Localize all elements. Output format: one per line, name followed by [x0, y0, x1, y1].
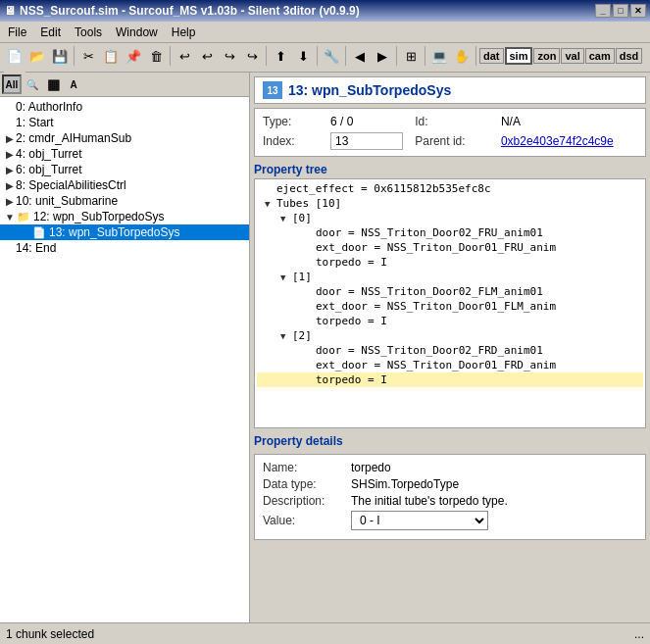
toolbar-new[interactable]: 📄	[4, 45, 25, 67]
parent-id-value[interactable]: 0xb2e403e74f2c4c9e	[501, 134, 637, 148]
tree-label-10: 10: unit_Submarine	[16, 194, 118, 208]
detail-datatype-value: SHSim.TorpedoType	[351, 477, 459, 491]
toolbar-cpu[interactable]: 💻	[428, 45, 450, 67]
prop-key-0: [0]	[292, 212, 312, 224]
toolbar-redo[interactable]: ↪	[219, 45, 240, 67]
detail-description-label: Description:	[263, 494, 351, 508]
tree-arrow-10[interactable]: ▶	[4, 196, 16, 207]
sidebar-btn-1[interactable]: 🔍	[23, 74, 42, 94]
prop-row-torpedo-2[interactable]: torpedo = I	[257, 372, 643, 387]
menu-help[interactable]: Help	[166, 24, 202, 41]
toolbar-down[interactable]: ⬇	[292, 45, 314, 67]
prop-arrow-0[interactable]: ▼	[280, 214, 292, 223]
property-details: Name: torpedo Data type: SHSim.TorpedoTy…	[254, 454, 646, 540]
tree-item-0[interactable]: 0: AuthorInfo	[0, 99, 249, 115]
toolbar-undo2[interactable]: ↩	[196, 45, 218, 67]
tree-item-6[interactable]: ▶ 6: obj_Turret	[0, 162, 249, 177]
toolbar-tag-zon[interactable]: zon	[533, 48, 560, 64]
info-grid: Type: 6 / 0 Id: N/A Index: 13 Parent id:…	[254, 108, 646, 157]
toolbar-tag-cam[interactable]: cam	[585, 48, 615, 64]
prop-arrow-1[interactable]: ▼	[280, 272, 292, 282]
main-layout: All 🔍 ▦ A 0: AuthorInfo 1: Start ▶ 2:	[0, 73, 650, 622]
toolbar-tag-sim[interactable]: sim	[505, 47, 533, 65]
toolbar-redo2[interactable]: ↪	[241, 45, 263, 67]
toolbar-back[interactable]: ◀	[349, 45, 371, 67]
minimize-button[interactable]: _	[595, 4, 611, 18]
toolbar-open[interactable]: 📂	[26, 45, 48, 67]
prop-row-torpedo-1: torpedo = I	[257, 314, 643, 328]
toolbar-tag-dsd[interactable]: dsd	[616, 48, 643, 64]
tree-arrow-4[interactable]: ▶	[4, 149, 16, 160]
detail-row-name: Name: torpedo	[263, 461, 637, 474]
prop-row-torpedo-0: torpedo = I	[257, 255, 643, 270]
menu-file[interactable]: File	[2, 24, 32, 41]
prop-arrow-2[interactable]: ▼	[280, 331, 292, 341]
detail-row-datatype: Data type: SHSim.TorpedoType	[263, 477, 637, 491]
close-button[interactable]: ✕	[630, 4, 646, 18]
menu-window[interactable]: Window	[110, 24, 164, 41]
tree-label-2: 2: cmdr_AIHumanSub	[16, 131, 131, 145]
tree-label-14: 14: End	[16, 241, 56, 255]
sidebar-btn-2[interactable]: ▦	[43, 74, 63, 94]
status-text: 1 chunk selected	[6, 627, 94, 641]
toolbar-filter[interactable]: 🔧	[321, 45, 342, 67]
maximize-button[interactable]: □	[613, 4, 628, 18]
toolbar-forward[interactable]: ▶	[372, 45, 393, 67]
menu-edit[interactable]: Edit	[34, 24, 67, 41]
toolbar-hand[interactable]: ✋	[451, 45, 473, 67]
type-label: Type:	[263, 115, 319, 128]
menu-tools[interactable]: Tools	[69, 24, 108, 41]
tree-item-4[interactable]: ▶ 4: obj_Turret	[0, 146, 249, 162]
toolbar-cut[interactable]: ✂	[77, 45, 99, 67]
title-controls: _ □ ✕	[595, 4, 646, 18]
tree-item-2[interactable]: ▶ 2: cmdr_AIHumanSub	[0, 130, 249, 146]
prop-key-door-0: door = NSS_Triton_Door02_FRU_anim01	[316, 226, 543, 239]
tree-label-12: 12: wpn_SubTorpedoSys	[33, 210, 164, 223]
toolbar-tag-dat[interactable]: dat	[479, 48, 504, 64]
tree-item-10[interactable]: ▶ 10: unit_Submarine	[0, 193, 249, 209]
tree-item-8[interactable]: ▶ 8: SpecialAbilitiesCtrl	[0, 177, 249, 193]
toolbar-tag-val[interactable]: val	[561, 48, 583, 64]
tree-item-12[interactable]: ▼ 📁 12: wpn_SubTorpedoSys	[0, 209, 249, 224]
sidebar-btn-3[interactable]: A	[64, 74, 83, 94]
prop-row-extdoor-2: ext_door = NSS_Triton_Door01_FRD_anim	[257, 358, 643, 372]
detail-value-label: Value:	[263, 514, 351, 527]
window-title: NSS_Surcouf.sim - Surcouf_MS v1.03b - Si…	[20, 4, 360, 18]
toolbar-delete[interactable]: 🗑	[145, 45, 167, 67]
detail-name-value: torpedo	[351, 461, 391, 474]
property-tree-header: Property tree	[254, 163, 646, 176]
property-tree[interactable]: eject_effect = 0x6115812b535efc8c ▼ Tube…	[254, 178, 646, 428]
prop-arrow-tubes[interactable]: ▼	[265, 199, 276, 209]
toolbar-save[interactable]: 💾	[49, 45, 71, 67]
prop-key-extdoor-1: ext_door = NSS_Triton_Door01_FLM_anim	[316, 300, 556, 313]
toolbar-sep-3	[266, 46, 267, 66]
detail-row-value: Value: 0 - I 1 - II 2 - III 3 - IV	[263, 511, 637, 530]
prop-key-torpedo-2: torpedo = I	[316, 373, 387, 386]
id-label: Id:	[415, 115, 489, 128]
toolbar-sep-1	[74, 46, 75, 66]
prop-row-0: ▼ [0]	[257, 211, 643, 225]
prop-row-extdoor-0: ext_door = NSS_Triton_Door01_FRU_anim	[257, 240, 643, 255]
tree-item-13[interactable]: 📄 13: wpn_SubTorpedoSys	[0, 224, 249, 240]
toolbar-paste[interactable]: 📌	[123, 45, 144, 67]
toolbar-undo[interactable]: ↩	[174, 45, 195, 67]
detail-value-select[interactable]: 0 - I 1 - II 2 - III 3 - IV	[351, 511, 488, 530]
prop-row-door-1: door = NSS_Triton_Door02_FLM_anim01	[257, 284, 643, 299]
toolbar-sep-5	[345, 46, 346, 66]
tree-arrow-2[interactable]: ▶	[4, 133, 16, 144]
toolbar-grid[interactable]: ⊞	[400, 45, 422, 67]
prop-key-torpedo-0: torpedo = I	[316, 256, 387, 269]
toolbar-up[interactable]: ⬆	[270, 45, 291, 67]
tree-area: 0: AuthorInfo 1: Start ▶ 2: cmdr_AIHuman…	[0, 97, 249, 258]
prop-key-door-2: door = NSS_Triton_Door02_FRD_anim01	[316, 344, 543, 357]
tree-item-14[interactable]: 14: End	[0, 240, 249, 256]
tree-label-1: 1: Start	[16, 116, 54, 129]
tree-arrow-6[interactable]: ▶	[4, 165, 16, 175]
sidebar-all-btn[interactable]: All	[2, 74, 22, 94]
index-label: Index:	[263, 134, 319, 148]
content-title: 13: wpn_SubTorpedoSys	[288, 82, 451, 98]
tree-arrow-12[interactable]: ▼	[4, 212, 16, 223]
tree-item-1[interactable]: 1: Start	[0, 115, 249, 130]
toolbar-copy[interactable]: 📋	[100, 45, 122, 67]
tree-arrow-8[interactable]: ▶	[4, 180, 16, 191]
